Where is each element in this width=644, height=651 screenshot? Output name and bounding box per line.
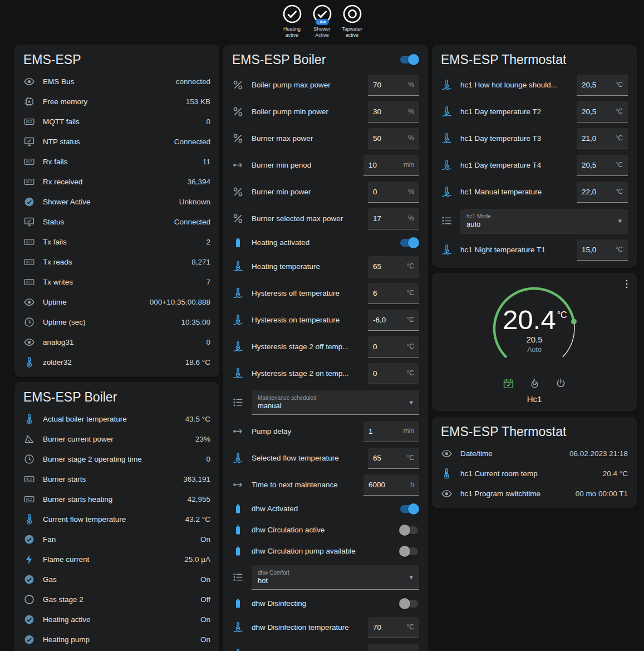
fire-icon[interactable]: [529, 378, 540, 389]
sensor-row[interactable]: 012MQTT fails0: [14, 112, 219, 132]
number-row: Pump delay1min: [223, 418, 428, 445]
number-row: Time to next maintenance6000h: [223, 472, 428, 498]
sensor-row[interactable]: 012Rx fails11: [14, 152, 219, 172]
number-input[interactable]: 10min: [363, 155, 419, 176]
number-input[interactable]: 0°C: [368, 336, 419, 358]
sensor-row[interactable]: Uptime000+10:35:00.888: [14, 292, 219, 312]
number-input[interactable]: 40°C: [368, 644, 419, 651]
card-thermostat-controls: EMS-ESP Thermostat hc1 How hot lounge sh…: [432, 45, 637, 268]
sensor-row[interactable]: hc1 Current room temp20.4 °C: [432, 464, 637, 484]
dots-vertical-icon[interactable]: [621, 278, 632, 290]
sensor-row[interactable]: 012Tx fails2: [14, 232, 219, 252]
sensor-row[interactable]: Flame current25.0 µA: [14, 550, 219, 570]
number-input[interactable]: 70°C: [368, 617, 419, 638]
number-input[interactable]: 6000h: [363, 474, 419, 496]
sensor-row[interactable]: 012Tx writes7: [14, 272, 219, 292]
number-input[interactable]: 6°C: [368, 283, 419, 304]
number-input[interactable]: 65°C: [368, 256, 419, 277]
number-row: Hysteresis stage 2 off temp...0°C: [223, 334, 428, 360]
sensor-row[interactable]: Current flow temperature43.2 °C: [14, 510, 219, 530]
sensor-row[interactable]: GasOn: [14, 570, 219, 590]
select-input[interactable]: dhw Comforthot▾: [252, 565, 419, 590]
sensor-row[interactable]: zolder3218.6 °C: [14, 353, 219, 373]
entity-value: 10:35:00: [181, 318, 210, 326]
eye-icon: [441, 448, 453, 459]
clock-icon: [23, 316, 35, 328]
number-row: Burner min power0%: [223, 179, 428, 205]
sensor-row[interactable]: 012Rx received36,394: [14, 172, 219, 192]
select-input[interactable]: hc1 Modeauto▾: [460, 209, 628, 233]
toggle-switch[interactable]: [399, 503, 419, 515]
card-title: EMS-ESP Thermostat: [432, 45, 637, 72]
number-input[interactable]: 70%: [368, 75, 419, 96]
entity-value: On: [200, 535, 210, 544]
check-circle-outline-icon: [282, 4, 302, 24]
number-input[interactable]: 17%: [368, 208, 419, 229]
entity-value: 06.02.2023 21:18: [569, 449, 628, 458]
number-input[interactable]: 0°C: [368, 363, 419, 384]
badge-tapwater-active[interactable]: Tapwater active: [338, 4, 367, 38]
entity-value: 43.2 °C: [185, 515, 210, 523]
hvac-mode-buttons: [432, 378, 637, 389]
number-input[interactable]: 20,5°C: [577, 155, 628, 176]
sensor-row[interactable]: StatusConnected: [14, 212, 219, 232]
thermometer-water-icon: [441, 244, 453, 256]
sensor-row[interactable]: Uptime (sec)10:35:00: [14, 312, 219, 332]
sensor-row[interactable]: Gas stage 2Off: [14, 590, 219, 610]
sensor-row[interactable]: FanOn: [14, 530, 219, 550]
select-label: dhw Comfort: [258, 570, 289, 576]
sensor-row[interactable]: Date/time06.02.2023 21:18: [432, 444, 637, 464]
sensor-row[interactable]: NTP statusConnected: [14, 132, 219, 152]
badge-shower-active[interactable]: LINKShower Active: [308, 4, 337, 38]
sensor-row[interactable]: 012Burner starts heating42,955: [14, 490, 219, 510]
sensor-row[interactable]: Shower ActiveUnknown: [14, 192, 219, 212]
card-title: EMS-ESP Boiler: [14, 382, 219, 409]
entity-label: dhw Disinfection temperature: [252, 623, 360, 632]
number-input[interactable]: 1min: [363, 421, 419, 442]
sensor-row[interactable]: Heating activeOn: [14, 610, 219, 630]
sensor-row[interactable]: Heating pumpOn: [14, 630, 219, 650]
entity-value: 23%: [195, 435, 210, 443]
entity-value: On: [200, 575, 210, 584]
card-toggle-switch[interactable]: [399, 54, 419, 65]
sensor-row[interactable]: Burner stage 2 operating time0: [14, 449, 219, 469]
number-input[interactable]: 65°C: [368, 448, 419, 469]
sensor-row[interactable]: Burner current power23%: [14, 429, 219, 449]
thermostat-dial[interactable]: 20.4°C 20.5 Auto: [486, 281, 582, 376]
sensor-row[interactable]: EMS Busconnected: [14, 72, 219, 92]
number-row: dhw Disinfection temperature70°C: [223, 614, 428, 641]
number-input[interactable]: 30%: [368, 101, 419, 123]
badge-label: Shower Active: [308, 26, 337, 38]
entity-value: 0: [206, 338, 210, 346]
number-input[interactable]: 21,0°C: [577, 128, 628, 149]
number-input[interactable]: 15,0°C: [577, 239, 628, 261]
sensor-row[interactable]: Free memory153 KB: [14, 92, 219, 112]
toggle-row: Heating activated: [223, 232, 428, 253]
battery-icon: [232, 524, 244, 536]
sensor-row[interactable]: 012Tx reads8,271: [14, 252, 219, 272]
number-input[interactable]: 50%: [368, 128, 419, 149]
badge-heating-active[interactable]: Heating active: [278, 4, 307, 38]
number-input[interactable]: 20,5°C: [577, 75, 628, 96]
svg-text:012: 012: [26, 120, 32, 124]
number-input[interactable]: 22,0°C: [577, 182, 628, 203]
thermometer-water-icon: [232, 287, 244, 299]
power-icon[interactable]: [555, 378, 567, 389]
sensor-row[interactable]: hc1 Program switchtime00 mo 00:00 T1: [432, 484, 637, 504]
toggle-switch[interactable]: [399, 525, 419, 536]
calendar-check-icon[interactable]: [503, 378, 514, 389]
number-input[interactable]: 20,5°C: [577, 101, 628, 123]
toggle-switch[interactable]: [399, 237, 419, 248]
sensor-row[interactable]: 012Burner starts363,191: [14, 469, 219, 490]
sensor-row[interactable]: Actual boiler temperature43.5 °C: [14, 409, 219, 429]
toggle-switch[interactable]: [399, 546, 419, 557]
svg-text:012: 012: [26, 280, 32, 284]
select-row: Maintenance scheduledmanual▾: [223, 387, 428, 418]
toggle-switch[interactable]: [399, 598, 419, 609]
select-input[interactable]: Maintenance scheduledmanual▾: [252, 390, 419, 415]
number-input[interactable]: -6,0°C: [368, 310, 419, 331]
sensor-row[interactable]: analog310: [14, 332, 219, 353]
zone-name: Hc1: [432, 394, 637, 404]
number-input[interactable]: 0%: [368, 182, 419, 203]
entity-value: 363,191: [183, 475, 210, 483]
